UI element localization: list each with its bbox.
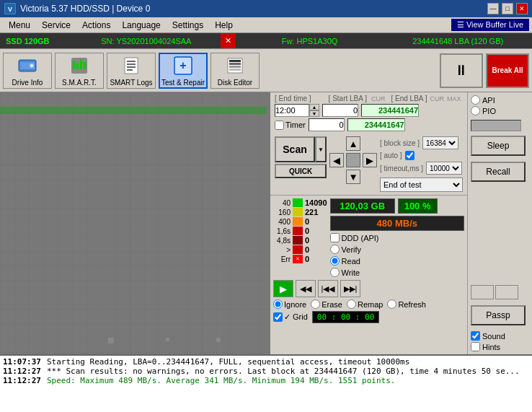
time-up-button[interactable]: ▲ <box>309 104 319 110</box>
smart-button[interactable]: S.M.A.R.T. <box>55 53 104 89</box>
small-indicator-boxes <box>468 118 532 133</box>
ignore-radio[interactable] <box>273 299 283 309</box>
menu-item-help[interactable]: Help <box>209 19 239 32</box>
sound-checkbox[interactable] <box>471 331 480 341</box>
stats-display-area: 40 14090 160 221 400 0 <box>270 197 467 279</box>
erase-text: Erase <box>322 300 342 309</box>
auto-label: [ auto ] <box>380 152 402 159</box>
titlebar-controls: — □ ✕ <box>487 3 528 14</box>
sleep-button[interactable]: Sleep <box>471 136 526 156</box>
right-column: API PIO Sleep Recall <box>467 92 532 354</box>
direction-right-button[interactable]: ▶ <box>363 153 377 167</box>
drive-info-button[interactable]: Drive Info <box>3 53 52 89</box>
stat-value-6: 0 <box>305 255 309 263</box>
log-text-1: *** Scan results: no warnings, no errors… <box>47 367 520 376</box>
time-down-button[interactable]: ▼ <box>309 110 319 117</box>
sound-hints-section: Sound Hints <box>468 328 532 354</box>
step-forward-button[interactable]: ▶▶| <box>340 280 360 297</box>
disk-info-area: 120,03 GB 100 % 480 MB/s DDD (API) Verif… <box>330 198 464 277</box>
passp-button[interactable]: Passp <box>471 305 526 325</box>
titlebar-title: Victoria 5.37 HDD/SSD | Device 0 <box>20 4 487 14</box>
end-time-label: [ End time ] <box>275 95 311 102</box>
read-radio[interactable] <box>330 256 340 266</box>
menu-item-actions[interactable]: Actions <box>76 19 116 32</box>
recall-button[interactable]: Recall <box>471 162 526 182</box>
direction-down-button[interactable]: ▼ <box>346 170 360 184</box>
erase-radio[interactable] <box>311 299 320 309</box>
menu-item-menu[interactable]: Menu <box>3 19 36 32</box>
params-area: [ block size ] 16384 [ auto ] [ timeout,… <box>380 136 463 192</box>
timer-end-display <box>347 118 405 131</box>
scan-btn-row: Scan ▼ <box>275 136 327 162</box>
small-btn-2[interactable] <box>495 285 518 299</box>
stat-row-3: 1,6s 0 <box>273 227 327 235</box>
timer-input[interactable] <box>309 118 345 131</box>
remap-label: Remap <box>347 299 383 309</box>
ddd-api-checkbox[interactable] <box>330 233 340 242</box>
direction-up-button[interactable]: ▲ <box>346 136 360 151</box>
verify-radio-label: Verify <box>330 245 464 254</box>
ddd-api-text: DDD (API) <box>342 234 379 242</box>
minimize-button[interactable]: — <box>487 3 499 14</box>
maximize-button[interactable]: □ <box>502 3 513 14</box>
auto-checkbox[interactable] <box>405 151 414 160</box>
timeout-select[interactable]: 10000 <box>426 162 462 175</box>
play-button[interactable]: ▶ <box>273 280 293 297</box>
timeout-label: [ timeout,ms ] <box>380 165 423 172</box>
status-ssd: SSD 120GB <box>0 33 72 48</box>
scan-button-group: Scan ▼ QUICK <box>275 136 327 178</box>
menu-item-language[interactable]: Language <box>116 19 166 32</box>
close-button[interactable]: ✕ <box>516 3 528 14</box>
timer-checkbox-label: Timer <box>275 120 306 130</box>
menubar-right: ☰ View Buffer Live <box>451 19 529 31</box>
disk-editor-button[interactable]: Disk Editor <box>210 53 260 89</box>
smart-label: S.M.A.R.T. <box>62 79 97 87</box>
remap-radio[interactable] <box>347 299 356 309</box>
view-buffer-button[interactable]: ☰ View Buffer Live <box>451 19 529 31</box>
step-back-button[interactable]: |◀◀ <box>318 280 338 297</box>
menu-item-settings[interactable]: Settings <box>167 19 209 32</box>
pio-radio-label: PIO <box>471 106 529 115</box>
scan-button[interactable]: Scan <box>275 136 315 162</box>
grid-checkbox[interactable] <box>273 312 283 322</box>
rewind-button[interactable]: ◀◀ <box>296 280 316 297</box>
time-spinbox: ▲ ▼ <box>275 104 319 117</box>
app-window: V Victoria 5.37 HDD/SSD | Device 0 — □ ✕… <box>0 0 532 412</box>
end-lba-input[interactable] <box>361 104 419 117</box>
test-repair-button[interactable]: + Test & Repair <box>159 53 208 89</box>
api-pio-section: API PIO <box>468 92 532 118</box>
hints-text: Hints <box>482 343 500 351</box>
refresh-radio[interactable] <box>387 299 396 309</box>
write-radio[interactable] <box>330 268 340 277</box>
drive-info-icon <box>16 54 39 77</box>
status-x-button[interactable]: ✕ <box>221 33 236 48</box>
status-fw: Fw: HPS1A30Q <box>236 33 384 48</box>
log-row-0: 11:07:37 Starting Reading, LBA=0..234441… <box>3 357 529 367</box>
pause-button[interactable]: ⏸ <box>440 53 483 88</box>
timer-checkbox[interactable] <box>275 120 284 130</box>
direction-left-button[interactable]: ◀ <box>329 153 344 167</box>
end-of-test-select[interactable]: End of test <box>380 177 463 192</box>
indicator-box-1 <box>471 120 521 131</box>
break-all-button[interactable]: Break All <box>486 53 529 88</box>
timer-row: Timer <box>275 118 463 131</box>
stat-color-3 <box>293 227 303 235</box>
quick-button[interactable]: QUICK <box>275 164 327 178</box>
refresh-text: Refresh <box>398 300 426 309</box>
status-sn: SN: YS20201004024SAA <box>72 33 221 48</box>
scan-dropdown-button[interactable]: ▼ <box>315 136 327 162</box>
small-btn-1[interactable] <box>471 285 494 299</box>
svg-rect-9 <box>80 59 82 69</box>
smart-logs-button[interactable]: SMART Logs <box>107 53 156 89</box>
hints-checkbox[interactable] <box>471 342 480 351</box>
stat-color-2 <box>293 217 303 226</box>
menu-item-service[interactable]: Service <box>36 19 76 32</box>
pio-radio[interactable] <box>471 106 480 115</box>
start-lba-input[interactable] <box>322 104 358 117</box>
time-input[interactable] <box>275 104 309 117</box>
pct-display: 100 % <box>398 198 438 214</box>
block-size-select[interactable]: 16384 <box>422 136 458 149</box>
verify-radio[interactable] <box>330 245 340 254</box>
api-radio[interactable] <box>471 95 480 105</box>
lba-values-row: ▲ ▼ <box>275 104 463 117</box>
